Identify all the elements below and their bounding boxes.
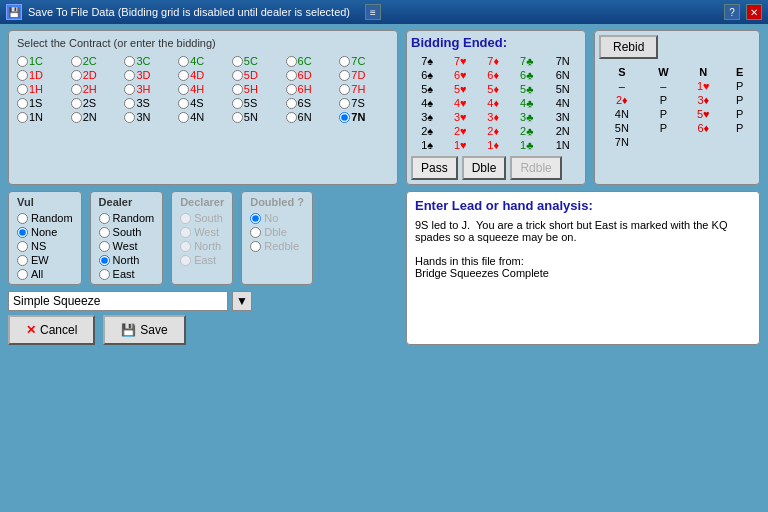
vul-options: Random None NS EW All [17,212,73,280]
dealer-random[interactable]: Random [99,212,155,224]
dealer-options: Random South West North East [99,212,155,280]
bottom-row: Vul Random None NS EW All Dealer Random … [8,191,760,345]
lead-text-area[interactable]: 9S led to J. You are a trick short but E… [415,219,751,309]
bid-4s[interactable]: 4S [178,97,228,109]
rebid-button[interactable]: Rebid [599,35,658,59]
dealer-east[interactable]: East [99,268,155,280]
mid-row: Vul Random None NS EW All Dealer Random … [8,191,398,285]
table-row: 7♠ 7♥ 7♦ 7♣ 7N [411,54,581,68]
bid-7s[interactable]: 7S [339,97,389,109]
rebid-panel: Rebid S W N E – – 1♥ P [594,30,760,185]
lead-title: Enter Lead or hand analysis: [415,198,751,213]
table-row: 4♠ 4♥ 4♦ 4♣ 4N [411,96,581,110]
doubled-dble[interactable]: Dble [250,226,304,238]
table-row: 6♠ 6♥ 6♦ 6♣ 6N [411,68,581,82]
bid-7h[interactable]: 7H [339,83,389,95]
help-btn[interactable]: ? [724,4,740,20]
dealer-west[interactable]: West [99,240,155,252]
bid-5h[interactable]: 5H [232,83,282,95]
bid-1n[interactable]: 1N [17,111,67,123]
score-col-s: S [599,65,645,79]
bid-2n[interactable]: 2N [71,111,121,123]
contract-title: Select the Contract (or enter the biddin… [17,37,389,49]
declarer-east[interactable]: East [180,254,224,266]
bid-1d[interactable]: 1D [17,69,67,81]
declarer-box: Declarer South West North East [171,191,233,285]
title-bar: 💾 Save To File Data (Bidding grid is dis… [0,0,768,24]
bid-3s[interactable]: 3S [124,97,174,109]
vul-none[interactable]: None [17,226,73,238]
bid-5d[interactable]: 5D [232,69,282,81]
bid-7c[interactable]: 7C [339,55,389,67]
bid-2h[interactable]: 2H [71,83,121,95]
bid-5s[interactable]: 5S [232,97,282,109]
score-row: – – 1♥ P [599,79,755,93]
bid-6c[interactable]: 6C [286,55,336,67]
bid-7d[interactable]: 7D [339,69,389,81]
bid-2c[interactable]: 2C [71,55,121,67]
combo-row: ▼ [8,291,398,311]
score-col-n: N [682,65,725,79]
bid-6s[interactable]: 6S [286,97,336,109]
button-row: ✕ Cancel 💾 Save [8,315,398,345]
bid-4d[interactable]: 4D [178,69,228,81]
bid-6d[interactable]: 6D [286,69,336,81]
bidding-table: 7♠ 7♥ 7♦ 7♣ 7N 6♠ 6♥ 6♦ 6♣ 6N 5♠ [411,54,581,152]
lead-analysis-box: Enter Lead or hand analysis: 9S led to J… [406,191,760,345]
declarer-options: South West North East [180,212,224,266]
vul-title: Vul [17,196,73,208]
dealer-north[interactable]: North [99,254,155,266]
bid-3h[interactable]: 3H [124,83,174,95]
vul-ew[interactable]: EW [17,254,73,266]
combo-input[interactable] [8,291,228,311]
bid-1s[interactable]: 1S [17,97,67,109]
bid-4h[interactable]: 4H [178,83,228,95]
bidding-ended-panel: Bidding Ended: 7♠ 7♥ 7♦ 7♣ 7N 6♠ 6♥ 6♦ 6… [406,30,586,185]
vul-ns[interactable]: NS [17,240,73,252]
bid-2d[interactable]: 2D [71,69,121,81]
declarer-north[interactable]: North [180,240,224,252]
score-table: S W N E – – 1♥ P 2♦ P [599,65,755,149]
declarer-west[interactable]: West [180,226,224,238]
declarer-title: Declarer [180,196,224,208]
close-btn[interactable]: ✕ [746,4,762,20]
bid-2s[interactable]: 2S [71,97,121,109]
bid-5n[interactable]: 5N [232,111,282,123]
pass-button[interactable]: Pass [411,156,458,180]
bid-7n[interactable]: 7N [339,111,389,123]
score-col-e: E [725,65,755,79]
table-row: 2♠ 2♥ 2♦ 2♣ 2N [411,124,581,138]
vul-all[interactable]: All [17,268,73,280]
bid-6n[interactable]: 6N [286,111,336,123]
vul-random[interactable]: Random [17,212,73,224]
dealer-south[interactable]: South [99,226,155,238]
score-row: 7N [599,135,755,149]
score-row: 5N P 6♦ P [599,121,755,135]
right-panel: Enter Lead or hand analysis: 9S led to J… [406,191,760,345]
menu-btn[interactable]: ≡ [365,4,381,20]
app-icon: 💾 [6,4,22,20]
cancel-button[interactable]: ✕ Cancel [8,315,95,345]
dble-button[interactable]: Dble [462,156,507,180]
doubled-redble[interactable]: Redble [250,240,304,252]
bid-4c[interactable]: 4C [178,55,228,67]
bid-5c[interactable]: 5C [232,55,282,67]
bid-1c[interactable]: 1C [17,55,67,67]
bid-1h[interactable]: 1H [17,83,67,95]
combo-dropdown-arrow[interactable]: ▼ [232,291,252,311]
left-panels: Vul Random None NS EW All Dealer Random … [8,191,398,345]
doubled-title: Doubled ? [250,196,304,208]
bid-3d[interactable]: 3D [124,69,174,81]
top-row: Select the Contract (or enter the biddin… [8,30,760,185]
rdble-button[interactable]: Rdble [510,156,561,180]
table-row: 1♠ 1♥ 1♦ 1♣ 1N [411,138,581,152]
bid-6h[interactable]: 6H [286,83,336,95]
score-col-w: W [645,65,682,79]
table-row: 3♠ 3♥ 3♦ 3♣ 3N [411,110,581,124]
bid-3c[interactable]: 3C [124,55,174,67]
declarer-south[interactable]: South [180,212,224,224]
doubled-no[interactable]: No [250,212,304,224]
bid-4n[interactable]: 4N [178,111,228,123]
save-button[interactable]: 💾 Save [103,315,185,345]
bid-3n[interactable]: 3N [124,111,174,123]
